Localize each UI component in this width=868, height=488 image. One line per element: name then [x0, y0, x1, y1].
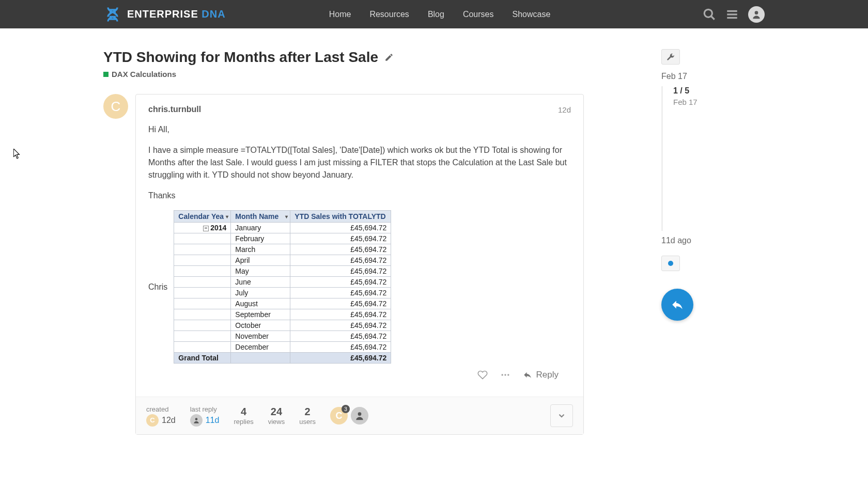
ytd-cell: £45,694.72 [290, 309, 391, 320]
month-cell: March [231, 244, 290, 255]
post-paragraph: Thanks [148, 190, 571, 202]
topic-admin-button[interactable] [661, 49, 680, 65]
year-cell [174, 342, 231, 353]
post-author[interactable]: chris.turnbull [148, 105, 201, 114]
ytd-cell: £45,694.72 [290, 266, 391, 277]
participant-avatar[interactable] [351, 407, 368, 424]
ytd-cell: £45,694.72 [290, 255, 391, 266]
nav-blog[interactable]: Blog [428, 10, 444, 19]
table-total-row: Grand Total£45,694.72 [174, 353, 391, 364]
notification-level-button[interactable] [661, 256, 680, 271]
summary-date: 11d [206, 416, 220, 425]
svg-point-0 [704, 9, 712, 17]
timeline-start-date[interactable]: Feb 17 [661, 72, 765, 81]
person-icon [751, 9, 762, 20]
participant-avatar[interactable]: C 3 [330, 407, 348, 424]
content-column: YTD Showing for Months after Last Sale D… [103, 49, 584, 435]
timeline-position-date: Feb 17 [673, 98, 765, 106]
summary-count: 24 [271, 406, 282, 418]
search-icon[interactable] [703, 8, 716, 21]
ytd-cell: £45,694.72 [290, 277, 391, 288]
table-row: November£45,694.72 [174, 331, 391, 342]
table-row: March£45,694.72 [174, 244, 391, 255]
hamburger-icon[interactable] [725, 8, 739, 21]
main-content: YTD Showing for Months after Last Sale D… [0, 28, 868, 455]
svg-point-5 [755, 11, 758, 14]
summary-views: 24 views [268, 406, 285, 426]
header-actions [703, 6, 765, 23]
table-row: October£45,694.72 [174, 320, 391, 331]
summary-last-reply[interactable]: last reply 11d [190, 405, 220, 427]
month-cell: November [231, 331, 290, 342]
total-value: £45,694.72 [290, 353, 391, 364]
expand-summary-button[interactable] [550, 404, 573, 427]
table-header-ytd: YTD Sales with TOTALYTD [290, 211, 391, 223]
table-row: February£45,694.72 [174, 233, 391, 244]
timeline-end-date[interactable]: 11d ago [661, 236, 765, 245]
year-cell [174, 320, 231, 331]
table-row: June£45,694.72 [174, 277, 391, 288]
post-count-badge: 3 [342, 405, 350, 413]
nav-showcase[interactable]: Showcase [512, 10, 550, 19]
table-row: −2014 January £45,694.72 [174, 223, 391, 233]
year-cell [174, 277, 231, 288]
nav-resources[interactable]: Resources [369, 10, 409, 19]
post: C chris.turnbull 12d Hi All, I have a si… [103, 94, 584, 435]
svg-line-1 [711, 16, 715, 20]
svg-point-8 [507, 374, 509, 375]
topic-title: YTD Showing for Months after Last Sale [103, 49, 378, 66]
mini-avatar[interactable]: C [146, 414, 159, 427]
timeline-sidebar: Feb 17 1 / 5 Feb 17 11d ago [661, 49, 765, 435]
pencil-icon[interactable] [384, 53, 394, 62]
month-cell: May [231, 266, 290, 277]
nav-home[interactable]: Home [329, 10, 351, 19]
ytd-cell: £45,694.72 [290, 298, 391, 309]
table-header-year: Calendar Yea▾ [174, 211, 231, 223]
reply-arrow-icon [523, 370, 532, 380]
post-signature: Chris [148, 282, 167, 292]
user-avatar[interactable] [748, 6, 765, 23]
nav-courses[interactable]: Courses [463, 10, 494, 19]
year-cell [174, 309, 231, 320]
reply-arrow-icon [671, 298, 684, 311]
month-cell: September [231, 309, 290, 320]
total-label: Grand Total [174, 353, 231, 364]
heart-icon[interactable] [477, 370, 488, 380]
month-cell: December [231, 342, 290, 353]
post-age[interactable]: 12d [558, 105, 571, 114]
year-cell [174, 298, 231, 309]
wrench-icon [667, 53, 675, 61]
topic-title-row: YTD Showing for Months after Last Sale [103, 49, 584, 66]
table-row: July£45,694.72 [174, 288, 391, 298]
summary-label: views [268, 418, 285, 426]
ytd-cell: £45,694.72 [290, 331, 391, 342]
month-cell: February [231, 233, 290, 244]
reply-button[interactable]: Reply [523, 370, 559, 380]
month-cell: June [231, 277, 290, 288]
summary-count: 2 [305, 406, 311, 418]
reply-fab[interactable] [661, 289, 693, 321]
brand-text: ENTERPRISE DNA [127, 8, 226, 20]
app-header: ENTERPRISE DNA Home Resources Blog Cours… [0, 0, 868, 28]
ytd-cell: £45,694.72 [290, 342, 391, 353]
participants: C 3 [330, 407, 368, 424]
brand-logo[interactable]: ENTERPRISE DNA [103, 5, 226, 24]
topic-summary: created C 12d last reply 11d [136, 397, 583, 434]
ytd-data-table: Calendar Yea▾ Month Name▾ YTD Sales with… [174, 210, 391, 364]
year-cell [174, 255, 231, 266]
category-badge[interactable]: DAX Calculations [103, 70, 584, 78]
category-name: DAX Calculations [112, 70, 176, 78]
filter-icon: ▾ [226, 214, 228, 219]
post-action-bar: Reply [148, 364, 571, 386]
timeline-scroller[interactable]: 1 / 5 Feb 17 [661, 86, 765, 231]
ytd-cell: £45,694.72 [290, 320, 391, 331]
ellipsis-icon[interactable] [500, 370, 510, 380]
year-cell [174, 331, 231, 342]
svg-point-7 [504, 374, 506, 375]
svg-point-10 [358, 412, 362, 416]
timeline-position: 1 / 5 [673, 86, 765, 96]
year-cell [174, 266, 231, 277]
post-header: chris.turnbull 12d [148, 105, 571, 114]
collapse-icon[interactable]: − [203, 226, 209, 231]
author-avatar[interactable]: C [103, 94, 128, 119]
